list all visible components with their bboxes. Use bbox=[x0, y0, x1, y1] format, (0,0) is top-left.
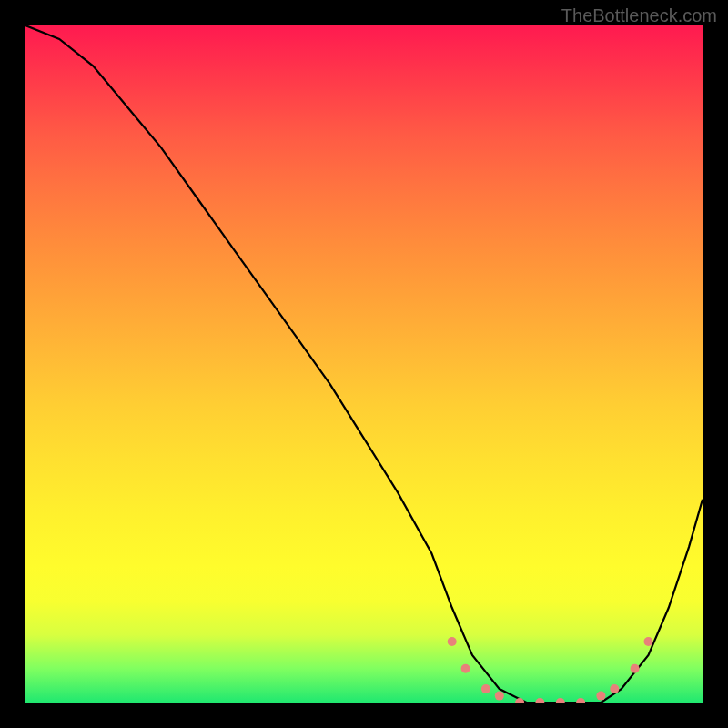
marker-dot bbox=[535, 698, 544, 703]
marker-dot bbox=[481, 684, 490, 693]
bottleneck-curve-line bbox=[25, 25, 703, 703]
marker-dot bbox=[515, 698, 524, 703]
marker-dot bbox=[461, 664, 470, 673]
watermark-text: TheBottleneck.com bbox=[561, 5, 717, 26]
marker-dot bbox=[644, 637, 653, 646]
optimal-range-markers bbox=[448, 637, 653, 703]
chart-plot-area bbox=[25, 25, 703, 703]
marker-dot bbox=[596, 692, 605, 701]
curve-svg bbox=[25, 25, 703, 703]
marker-dot bbox=[448, 637, 457, 646]
marker-dot bbox=[610, 684, 619, 693]
marker-dot bbox=[495, 692, 504, 701]
marker-dot bbox=[631, 664, 640, 673]
marker-dot bbox=[576, 698, 585, 703]
marker-dot bbox=[556, 698, 565, 703]
